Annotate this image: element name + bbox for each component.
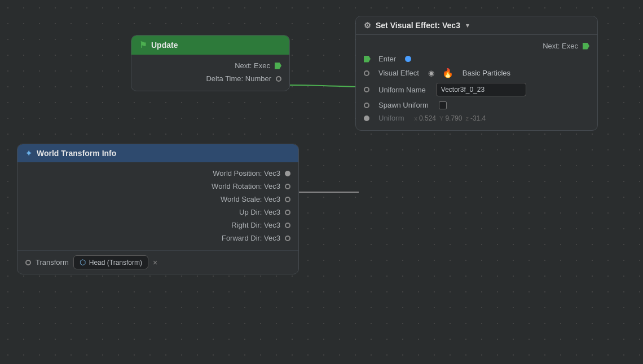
enter-label: Enter	[378, 55, 396, 63]
world-transform-header: ✦ World Transform Info	[17, 144, 298, 162]
delta-time-port[interactable]	[276, 76, 281, 82]
dropdown-chevron-icon[interactable]: ▾	[466, 22, 469, 29]
world-position-label: World Position: Vec3	[213, 169, 280, 177]
world-position-row: World Position: Vec3	[17, 167, 298, 180]
set-visual-exec-out-port[interactable]	[583, 43, 589, 50]
next-exec-right-label: Next: Exec	[543, 42, 578, 50]
uniform-z-value: z -31.4	[465, 114, 486, 122]
x-axis-label: x	[415, 115, 418, 122]
uniform-port[interactable]	[364, 116, 369, 121]
z-axis-label: z	[465, 115, 469, 122]
forward-dir-port[interactable]	[285, 236, 290, 241]
transform-value: Head (Transform)	[89, 259, 142, 267]
update-node-header: ⚑ Update	[131, 35, 289, 55]
spawn-uniform-label: Spawn Uniform	[378, 101, 429, 109]
enter-blue-dot[interactable]	[405, 56, 411, 62]
up-dir-port[interactable]	[285, 210, 290, 215]
world-rotation-label: World Rotation: Vec3	[212, 182, 280, 190]
update-node-body: Next: Exec Delta Time: Number	[131, 55, 289, 91]
gear-icon: ⚙	[364, 21, 371, 30]
next-exec-right-row: Next: Exec	[356, 39, 597, 52]
uniform-z-num: -31.4	[470, 114, 486, 122]
world-scale-row: World Scale: Vec3	[17, 193, 298, 206]
uniform-y-value: Y 9.790	[439, 114, 462, 122]
target-pin-icon[interactable]: ◉	[428, 69, 434, 77]
right-dir-port[interactable]	[285, 223, 290, 228]
uniform-name-port[interactable]	[364, 87, 369, 92]
anchor-icon: ✦	[25, 149, 32, 158]
forward-dir-label: Forward Dir: Vec3	[222, 234, 280, 242]
exec-out-port[interactable]	[275, 63, 281, 69]
right-dir-label: Right Dir: Vec3	[231, 221, 280, 229]
up-dir-label: Up Dir: Vec3	[239, 208, 280, 216]
uniform-x-num: 0.524	[419, 114, 436, 122]
spawn-uniform-port[interactable]	[364, 103, 369, 108]
world-position-port[interactable]	[285, 171, 290, 176]
world-scale-label: World Scale: Vec3	[221, 195, 280, 203]
update-delta-time-row: Delta Time: Number	[131, 72, 289, 85]
world-transform-title: World Transform Info	[37, 149, 116, 158]
uniform-values: x 0.524 Y 9.790 z -31.4	[415, 114, 486, 122]
set-visual-title: Set Visual Effect: Vec3	[376, 21, 460, 30]
world-transform-footer: Transform ⬡ Head (Transform) ×	[17, 250, 298, 274]
uniform-y-num: 9.790	[445, 114, 462, 122]
uniform-row: Uniform x 0.524 Y 9.790 z -31.4	[356, 112, 597, 125]
enter-exec-in-port[interactable]	[364, 56, 371, 63]
up-dir-row: Up Dir: Vec3	[17, 206, 298, 219]
transform-footer-port[interactable]	[25, 260, 31, 265]
update-node-title: Update	[151, 41, 178, 50]
update-node: ⚑ Update Next: Exec Delta Time: Number	[131, 35, 290, 91]
world-rotation-row: World Rotation: Vec3	[17, 180, 298, 193]
world-rotation-port[interactable]	[285, 184, 290, 189]
visual-effect-row: Visual Effect ◉ 🔥 Basic Particles	[356, 65, 597, 81]
visual-effect-label: Visual Effect	[378, 69, 419, 77]
spawn-uniform-row: Spawn Uniform	[356, 99, 597, 112]
transform-close-button[interactable]: ×	[153, 258, 157, 267]
visual-effect-port[interactable]	[364, 70, 369, 76]
enter-row: Enter	[356, 52, 597, 65]
uniform-x-value: x 0.524	[415, 114, 437, 122]
set-visual-node: ⚙ Set Visual Effect: Vec3 ▾ Next: Exec E…	[355, 16, 598, 131]
uniform-name-label: Uniform Name	[378, 86, 426, 94]
set-visual-header: ⚙ Set Visual Effect: Vec3 ▾	[356, 16, 597, 35]
delta-time-label: Delta Time: Number	[206, 74, 271, 83]
forward-dir-row: Forward Dir: Vec3	[17, 232, 298, 245]
uniform-label: Uniform	[378, 114, 404, 122]
world-scale-port[interactable]	[285, 197, 290, 202]
uniform-name-input[interactable]	[436, 83, 526, 96]
flag-icon: ⚑	[139, 40, 147, 50]
right-dir-row: Right Dir: Vec3	[17, 219, 298, 232]
next-exec-label: Next: Exec	[235, 61, 270, 70]
world-transform-node: ✦ World Transform Info World Position: V…	[17, 144, 299, 274]
fire-icon: 🔥	[442, 68, 453, 78]
transform-badge[interactable]: ⬡ Head (Transform)	[73, 255, 148, 269]
y-axis-label: Y	[439, 115, 443, 122]
uniform-name-row: Uniform Name	[356, 81, 597, 99]
world-transform-body: World Position: Vec3 World Rotation: Vec…	[17, 162, 298, 250]
transform-footer-label: Transform	[36, 258, 69, 267]
spawn-uniform-checkbox[interactable]	[439, 101, 447, 109]
set-visual-body: Next: Exec Enter Visual Effect ◉ 🔥 Basic…	[356, 35, 597, 130]
basic-particles-label: Basic Particles	[463, 69, 510, 77]
hex-icon: ⬡	[80, 258, 86, 267]
update-next-exec-row: Next: Exec	[131, 59, 289, 72]
